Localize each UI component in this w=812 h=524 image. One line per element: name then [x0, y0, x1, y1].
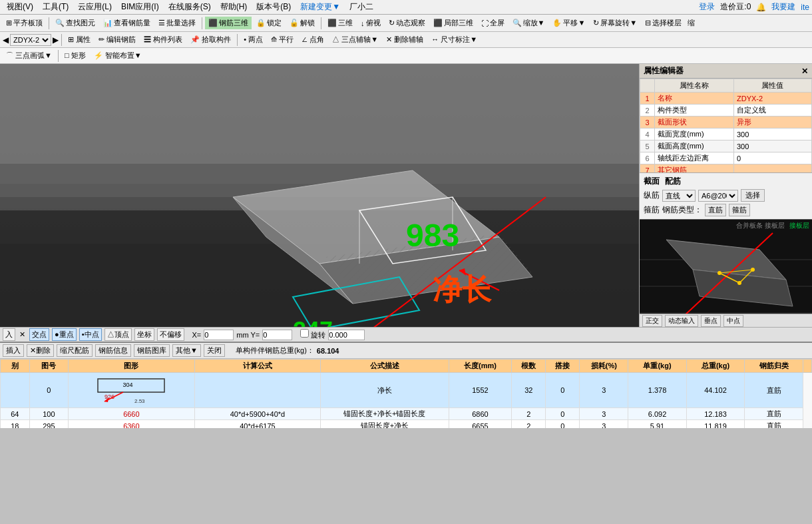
line-type-select[interactable]: 直线	[662, 190, 696, 202]
btn-smart-place[interactable]: ⚡ 智能布置▼	[91, 49, 145, 62]
props-row[interactable]: 4 截面宽度(mm) 300	[640, 129, 812, 140]
viewport-3d[interactable]: 983 净长 247 1552 ②	[0, 64, 639, 327]
col-loss: 损耗(%)	[580, 360, 628, 373]
btn-del-axis[interactable]: ✕ 删除辅轴	[383, 33, 427, 46]
btn-point-angle[interactable]: ∠ 点角	[298, 33, 327, 46]
menu-help[interactable]: 帮助(H)	[216, 0, 252, 14]
btn-rebar-3d[interactable]: ⬛ 钢筋三维	[205, 17, 252, 29]
props-row[interactable]: 3 截面形状 异形	[640, 117, 812, 129]
btn-local-3d[interactable]: ⬛ 局部三维	[430, 17, 477, 29]
btn-unlock[interactable]: 🔓 解锁	[286, 17, 318, 29]
btn-dynamic-obs[interactable]: ↻ 动态观察	[385, 17, 429, 29]
rebar-spec-select[interactable]: A6@200	[698, 190, 738, 202]
dynamicInputBtn[interactable]: 动态输入	[665, 315, 698, 327]
props-row[interactable]: 2 构件类型 自定义线	[640, 105, 812, 117]
props-row-value[interactable]: 0	[733, 152, 811, 164]
btn-element-list[interactable]: ☰ 构件列表	[140, 33, 186, 46]
btn-rebar-diagram[interactable]: 钢筋图库	[134, 344, 170, 357]
snap-endpoint[interactable]: ●重点	[52, 328, 77, 341]
element-combo[interactable]: ZDYX-2	[10, 34, 51, 46]
rotate-input[interactable]	[328, 330, 365, 340]
rotate-checkbox[interactable]	[300, 329, 309, 338]
bottom-table-row[interactable]: 64 100 6660 40*d+5900+40*d 锚固长度+净长+锚固长度 …	[1, 408, 812, 420]
panel-close[interactable]: ✕	[801, 67, 808, 76]
props-row[interactable]: 6 轴线距左边距离 0	[640, 152, 812, 164]
snap-no-offset[interactable]: 不偏移	[157, 328, 184, 341]
snap-coord[interactable]: 坐标	[134, 328, 154, 341]
snap-insert[interactable]: 入	[3, 328, 15, 341]
btn-two-point[interactable]: • 两点	[240, 33, 266, 46]
menu-newchange[interactable]: 新建变更▼	[296, 0, 344, 14]
x-input[interactable]	[204, 330, 234, 340]
col-shape: 图形	[69, 360, 195, 373]
btn-zoom[interactable]: 🔍 缩放▼	[509, 17, 548, 29]
btn-pan[interactable]: ✋ 平移▼	[549, 17, 588, 29]
props-row[interactable]: 5 截面高度(mm) 300	[640, 140, 812, 152]
row-fig-no: 100	[29, 408, 68, 420]
snap-apex[interactable]: △顶点	[104, 328, 132, 341]
props-row-value[interactable]: 异形	[733, 117, 811, 129]
menu-view[interactable]: 视图(V)	[3, 0, 37, 14]
btn-three-point[interactable]: △ 三点辅轴▼	[329, 33, 381, 46]
btn-dimension[interactable]: ↔ 尺寸标注▼	[428, 33, 481, 46]
select-btn[interactable]: 选择	[741, 189, 765, 202]
btn-close[interactable]: 关闭	[204, 344, 225, 357]
menu-online[interactable]: 在线服务(S)	[164, 0, 215, 14]
props-row-value[interactable]	[733, 164, 811, 173]
props-row-value[interactable]: ZDYX-2	[733, 93, 811, 105]
props-row-value[interactable]: 300	[733, 129, 811, 140]
zhi-jin-btn[interactable]: 直筋	[705, 204, 726, 216]
snap-midpoint[interactable]: •中点	[79, 328, 102, 341]
menu-tools[interactable]: 工具(T)	[39, 0, 73, 14]
props-row[interactable]: 1 名称 ZDYX-2	[640, 93, 812, 105]
notify-icon[interactable]: 🔔	[756, 3, 766, 12]
menu-factory[interactable]: 厂小二	[345, 0, 377, 14]
btn-lock[interactable]: 🔒 锁定	[253, 17, 285, 29]
props-row-name: 截面宽度(mm)	[655, 129, 734, 140]
btn-delete[interactable]: ✕删除	[27, 344, 54, 357]
y-input[interactable]	[262, 330, 292, 340]
btn-screen-rotate[interactable]: ↻ 屏幕旋转▼	[590, 17, 640, 29]
mini-viewport[interactable]: 合并板条 接板层 接板层	[640, 219, 812, 314]
btn-view-rebar-qty[interactable]: 📊 查看钢筋量	[100, 17, 154, 29]
gu-jin-btn[interactable]: 箍筋	[729, 204, 750, 216]
vertPointBtn[interactable]: 垂点	[701, 315, 721, 327]
bottom-table-row[interactable]: 0 304 926 2.53 净长 1552 32 0 3 1.378 44.1…	[1, 373, 812, 408]
login-link[interactable]: 登录	[699, 1, 715, 13]
props-row-value[interactable]: 自定义线	[733, 105, 811, 117]
menu-bim[interactable]: BIM应用(I)	[117, 0, 163, 14]
props-row[interactable]: 7 其它钢筋	[640, 164, 812, 173]
btn-pick-element[interactable]: 📌 拾取构件	[187, 33, 234, 46]
btn-batch-select[interactable]: ☰ 批量选择	[155, 17, 199, 29]
btn-fullscreen[interactable]: ⛶ 全屏	[478, 17, 508, 29]
menu-cloud[interactable]: 云应用(L)	[74, 0, 116, 14]
snap-intersection[interactable]: 交点	[29, 328, 49, 341]
bottom-table-wrap[interactable]: 别 图号 图形 计算公式 公式描述 长度(mm) 根数 搭接 损耗(%) 单重(…	[0, 359, 812, 428]
btn-scale-rebar[interactable]: 缩尺配筋	[57, 344, 93, 357]
btn-others[interactable]: 其他▼	[172, 344, 201, 357]
col-formula-desc: 公式描述	[321, 360, 449, 373]
zhengjiaoBtn[interactable]: 正交	[642, 315, 662, 327]
midPointBtn[interactable]: 中点	[723, 315, 743, 327]
btn-edit-rebar[interactable]: ✏ 编辑钢筋	[95, 33, 139, 46]
btn-rebar-info[interactable]: 钢筋信息	[95, 344, 131, 357]
combo-arrow-right[interactable]: ▶	[53, 35, 59, 45]
menu-version[interactable]: 版本号(B)	[252, 0, 295, 14]
props-row-value[interactable]: 300	[733, 140, 811, 152]
combo-arrow-left[interactable]: ◀	[3, 35, 9, 45]
help-link[interactable]: 我要建	[771, 1, 795, 13]
btn-top-view[interactable]: ↓ 俯视	[357, 17, 384, 29]
bottom-table-row[interactable]: 18 295 6360 40*d+6175 锚固长度+净长 6655 2 0 3…	[1, 420, 812, 429]
col-overlap: 搭接	[546, 360, 580, 373]
btn-arc-draw[interactable]: ⌒ 三点画弧▼	[3, 49, 55, 62]
btn-insert[interactable]: 插入	[3, 344, 24, 357]
btn-select-floor[interactable]: ⊟ 选择楼层	[642, 17, 685, 29]
btn-3d-view[interactable]: ⬛ 三维	[324, 17, 356, 29]
btn-rect[interactable]: □ 矩形	[61, 49, 89, 62]
btn-parallel[interactable]: ⟰ 平行	[268, 33, 297, 46]
rebar-label: 配筋	[665, 176, 681, 187]
btn-pinqi-banding[interactable]: ⊞ 平齐板顶	[3, 17, 46, 29]
btn-find-element[interactable]: 🔍 查找图元	[52, 17, 99, 29]
btn-properties[interactable]: ⊞ 属性	[65, 33, 94, 46]
props-scroll[interactable]: 属性名称 属性值 1 名称 ZDYX-2 2 构件类型 自定义线 3 截面形状 …	[640, 79, 812, 172]
